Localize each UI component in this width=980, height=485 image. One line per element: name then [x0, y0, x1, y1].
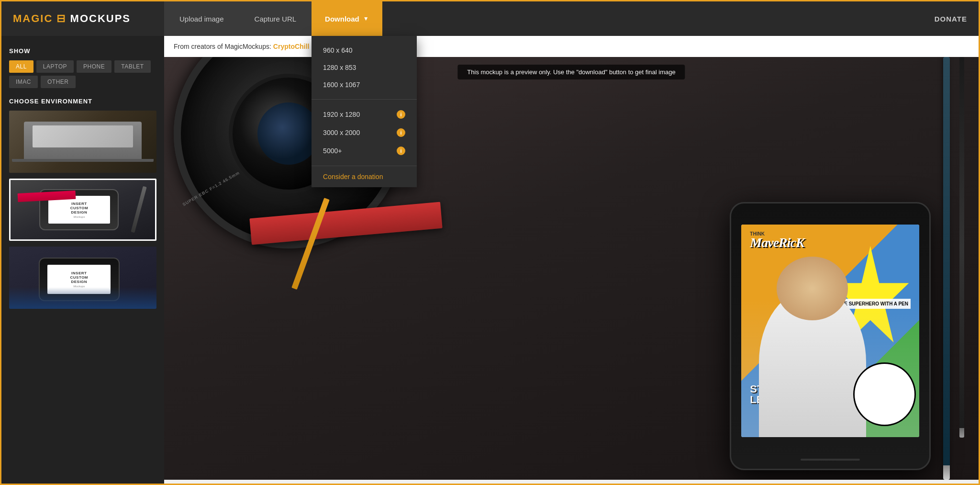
size-5000-label: 5000+	[323, 147, 342, 155]
filter-laptop-button[interactable]: LAPTOP	[36, 60, 74, 73]
logo-area: MAGIC ⊟ MOCKUPS	[1, 12, 164, 25]
consider-donation-item[interactable]: Consider a donation	[312, 166, 417, 187]
stylus-1	[943, 57, 950, 480]
show-title: SHOW	[9, 47, 156, 55]
header-nav: Upload image Capture URL Download ▼ 960 …	[164, 1, 935, 36]
env-thumb-phone-desk[interactable]: INSERTCUSTOMDESIGN Mockups	[9, 179, 156, 241]
size-1280-item[interactable]: 1280 x 853	[312, 59, 417, 76]
free-sizes-section: 960 x 640 1280 x 853 1600 x 1067	[312, 36, 417, 100]
premium-sizes-section: 1920 x 1280 i 3000 x 2000 i 5000+ i	[312, 100, 417, 166]
promo-bar: From creators of MagicMockups: CryptoChi…	[164, 36, 979, 57]
capture-url-button[interactable]: Capture URL	[239, 1, 312, 36]
size-1920-item[interactable]: 1920 x 1280 i	[312, 105, 417, 124]
size-960-label: 960 x 640	[323, 46, 353, 54]
size-1600-label: 1600 x 1067	[323, 81, 360, 89]
filter-all-button[interactable]: ALL	[9, 60, 33, 73]
sidebar: SHOW ALL LAPTOP PHONE TABLET IMAC OTHER …	[1, 36, 164, 484]
logo: MAGIC ⊟ MOCKUPS	[13, 12, 131, 25]
env-thumb-phone-blue[interactable]: INSERTCUSTOMDESIGN Mockups	[9, 247, 156, 309]
download-wrapper: Download ▼ 960 x 640 1280 x 853 1600 x 1…	[312, 1, 382, 36]
main-area: SHOW ALL LAPTOP PHONE TABLET IMAC OTHER …	[1, 36, 979, 484]
download-button[interactable]: Download ▼	[312, 1, 382, 36]
env-thumb-laptop[interactable]	[9, 111, 156, 173]
logo-magic: MAGIC	[13, 12, 53, 24]
stylus-2	[959, 57, 964, 438]
preview-overlay-text: This mockup is a preview only. Use the "…	[457, 65, 685, 79]
size-960-item[interactable]: 960 x 640	[312, 42, 417, 59]
phone-mockup: MaveRicK THINK THE SUPERHERO WITH A PEN …	[730, 202, 931, 470]
phone-home-indicator	[801, 459, 860, 461]
promo-text: From creators of MagicMockups:	[174, 43, 271, 50]
person-head	[777, 257, 848, 320]
download-label: Download	[325, 15, 359, 23]
size-5000-item[interactable]: 5000+ i	[312, 142, 417, 160]
logo-icon: ⊟	[56, 12, 66, 24]
filter-other-button[interactable]: OTHER	[41, 76, 76, 88]
preview-area: SUPER EBC F=1.2 46.5mm MaveRicK	[164, 57, 979, 480]
donate-button[interactable]: DONATE	[935, 15, 967, 23]
content-area: From creators of MagicMockups: CryptoChi…	[164, 36, 979, 484]
choose-env-title: CHOOSE ENVIRONMENT	[9, 98, 156, 105]
filter-imac-button[interactable]: IMAC	[9, 76, 38, 88]
size-3000-item[interactable]: 3000 x 2000 i	[312, 124, 417, 142]
mockup-scene: SUPER EBC F=1.2 46.5mm MaveRicK	[164, 57, 979, 480]
filter-buttons-group: ALL LAPTOP PHONE TABLET IMAC OTHER	[9, 60, 156, 88]
filter-tablet-button[interactable]: TABLET	[114, 60, 150, 73]
size-1280-label: 1280 x 853	[323, 64, 356, 71]
header: MAGIC ⊟ MOCKUPS Upload image Capture URL…	[1, 1, 979, 36]
size-3000-label: 3000 x 2000	[323, 129, 360, 136]
speech-bubble	[853, 362, 915, 426]
dropdown-arrow-icon: ▼	[363, 15, 369, 22]
info-1920-icon[interactable]: i	[397, 110, 405, 119]
info-3000-icon[interactable]: i	[397, 128, 405, 137]
filter-phone-button[interactable]: PHONE	[77, 60, 111, 73]
phone-screen: MaveRicK THINK THE SUPERHERO WITH A PEN …	[741, 225, 920, 437]
promo-link[interactable]: CryptoChill	[273, 43, 309, 50]
info-5000-icon[interactable]: i	[397, 147, 405, 155]
logo-mockups: MOCKUPS	[70, 12, 131, 24]
size-1920-label: 1920 x 1280	[323, 111, 360, 118]
upload-image-button[interactable]: Upload image	[164, 1, 239, 36]
size-1600-item[interactable]: 1600 x 1067	[312, 76, 417, 93]
think-label: THINK	[750, 231, 765, 237]
maverick-title: MaveRicK	[750, 235, 804, 250]
download-dropdown-menu: 960 x 640 1280 x 853 1600 x 1067 1920 x …	[312, 36, 417, 187]
environment-thumbnails: INSERTCUSTOMDESIGN Mockups INSERTCUSTOMD…	[9, 111, 156, 309]
